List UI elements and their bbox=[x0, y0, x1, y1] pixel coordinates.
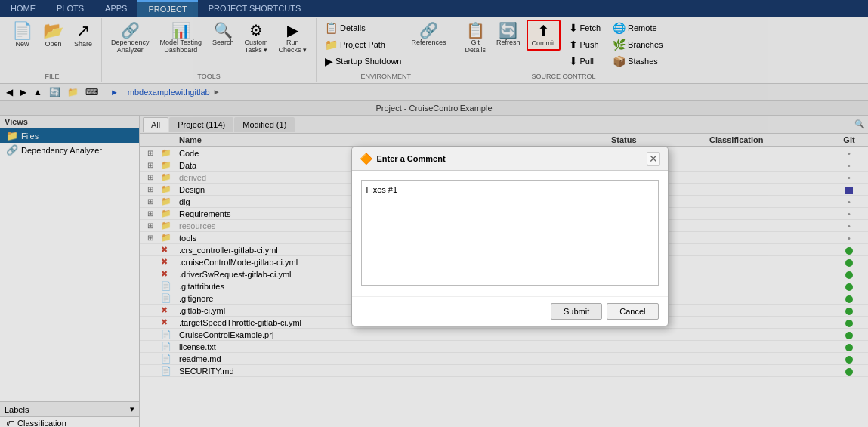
comment-textarea[interactable] bbox=[361, 180, 659, 286]
commit-comment-dialog: 🔶 Enter a Comment ✕ Submit Cancel bbox=[351, 147, 669, 326]
dialog-footer: Submit Cancel bbox=[352, 296, 668, 326]
dialog-header: 🔶 Enter a Comment ✕ bbox=[352, 147, 668, 171]
dialog-title: 🔶 Enter a Comment bbox=[360, 153, 446, 165]
dialog-close-button[interactable]: ✕ bbox=[647, 152, 660, 166]
dialog-body bbox=[352, 171, 668, 296]
dialog-title-text: Enter a Comment bbox=[377, 154, 446, 163]
modal-overlay: 🔶 Enter a Comment ✕ Submit Cancel bbox=[0, 0, 868, 427]
submit-button[interactable]: Submit bbox=[551, 303, 602, 320]
dialog-title-icon: 🔶 bbox=[360, 153, 372, 165]
cancel-button[interactable]: Cancel bbox=[607, 303, 658, 320]
